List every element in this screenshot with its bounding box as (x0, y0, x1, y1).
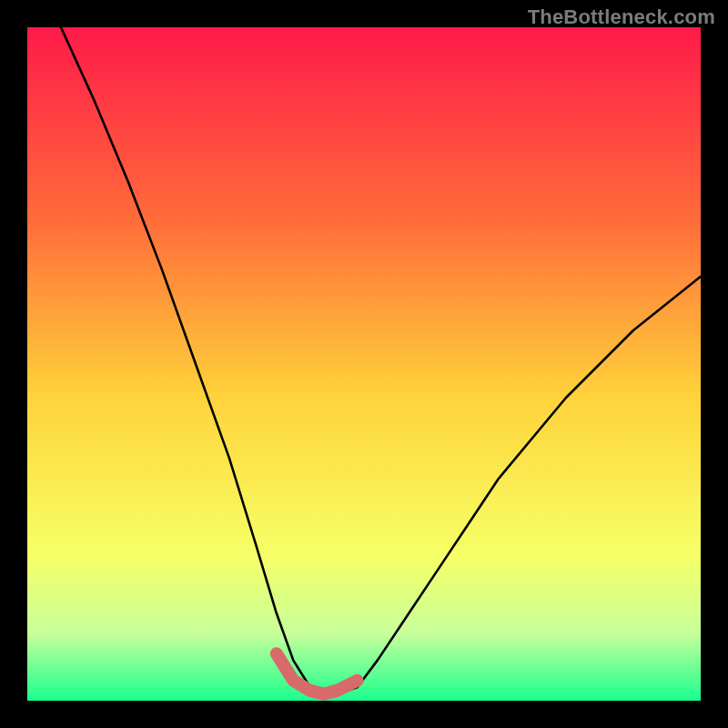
watermark-label: TheBottleneck.com (528, 5, 715, 29)
bottleneck-chart (27, 27, 701, 701)
chart-frame: TheBottleneck.com (0, 0, 728, 728)
